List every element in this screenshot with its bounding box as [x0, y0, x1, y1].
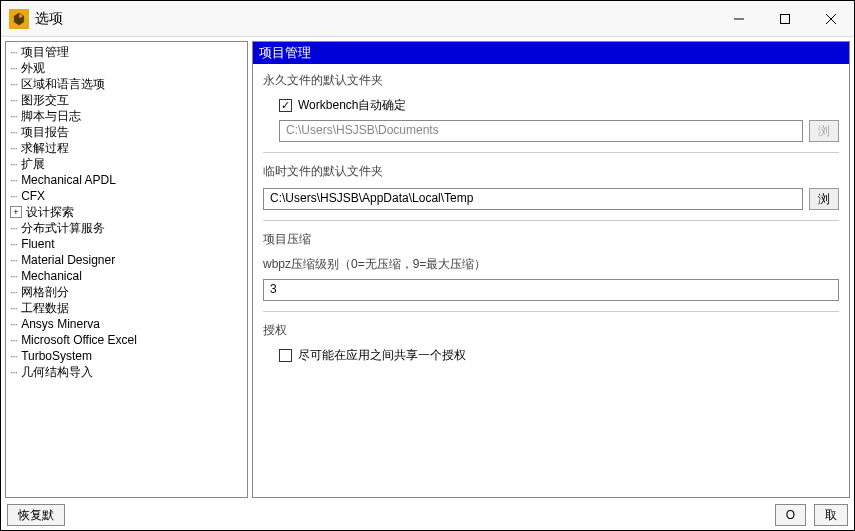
tree-leaf-icon: ···· — [10, 303, 17, 314]
maximize-button[interactable] — [762, 1, 808, 37]
tree-leaf-icon: ···· — [10, 159, 17, 170]
tree-item-label: Ansys Minerva — [19, 317, 102, 331]
tree-item-label: 求解过程 — [19, 140, 71, 157]
tree-item[interactable]: ····图形交互 — [6, 92, 247, 108]
tree-item-label: Mechanical APDL — [19, 173, 118, 187]
tree-leaf-icon: ···· — [10, 47, 17, 58]
tree-item[interactable]: ····Mechanical APDL — [6, 172, 247, 188]
tree-item-label: 项目报告 — [19, 124, 71, 141]
expand-icon[interactable]: + — [10, 206, 22, 218]
tree-leaf-icon: ···· — [10, 95, 17, 106]
tree-leaf-icon: ···· — [10, 127, 17, 138]
temp-folder-browse-button[interactable]: 浏 — [809, 188, 839, 210]
tree-item[interactable]: ····分布式计算服务 — [6, 220, 247, 236]
share-license-checkbox[interactable] — [279, 349, 292, 362]
title-bar: 选项 — [1, 1, 854, 37]
compression-sub-label: wbpz压缩级别（0=无压缩，9=最大压缩） — [263, 256, 839, 273]
tree-leaf-icon: ···· — [10, 175, 17, 186]
perm-folder-path: C:\Users\HSJSB\Documents — [279, 120, 803, 142]
tree-leaf-icon: ···· — [10, 271, 17, 282]
tree-item-label: 区域和语言选项 — [19, 76, 107, 93]
auto-determine-label: Workbench自动确定 — [298, 97, 406, 114]
main-panel: 项目管理 永久文件的默认文件夹 Workbench自动确定 C:\Users\H… — [252, 41, 850, 498]
tree-leaf-icon: ···· — [10, 367, 17, 378]
tree-item[interactable]: ····工程数据 — [6, 300, 247, 316]
tree-item-label: TurboSystem — [19, 349, 94, 363]
tree-item-label: 工程数据 — [19, 300, 71, 317]
perm-folder-browse-button: 浏 — [809, 120, 839, 142]
tree-item[interactable]: ····项目管理 — [6, 44, 247, 60]
tree-item[interactable]: ····几何结构导入 — [6, 364, 247, 380]
tree-item-label: 扩展 — [19, 156, 47, 173]
footer-bar: 恢复默 O 取 — [1, 502, 854, 528]
app-icon — [9, 9, 29, 29]
tree-item-label: Mechanical — [19, 269, 84, 283]
tree-leaf-icon: ···· — [10, 319, 17, 330]
tree-leaf-icon: ···· — [10, 351, 17, 362]
tree-item-label: 项目管理 — [19, 44, 71, 61]
tree-item[interactable]: ····网格剖分 — [6, 284, 247, 300]
tree-leaf-icon: ···· — [10, 191, 17, 202]
tree-item-label: 脚本与日志 — [19, 108, 83, 125]
options-tree[interactable]: ····项目管理····外观····区域和语言选项····图形交互····脚本与… — [5, 41, 248, 498]
tree-item[interactable]: ····Ansys Minerva — [6, 316, 247, 332]
tree-item-label: Material Designer — [19, 253, 117, 267]
share-license-label: 尽可能在应用之间共享一个授权 — [298, 347, 466, 364]
tree-item[interactable]: +设计探索 — [6, 204, 247, 220]
tree-item-label: 几何结构导入 — [19, 364, 95, 381]
compression-title: 项目压缩 — [263, 231, 839, 248]
close-button[interactable] — [808, 1, 854, 37]
cancel-button[interactable]: 取 — [814, 504, 848, 526]
license-title: 授权 — [263, 322, 839, 339]
tree-leaf-icon: ···· — [10, 255, 17, 266]
tree-item-label: 网格剖分 — [19, 284, 71, 301]
svg-rect-1 — [781, 14, 790, 23]
tree-item-label: Microsoft Office Excel — [19, 333, 139, 347]
tree-leaf-icon: ···· — [10, 111, 17, 122]
tree-item[interactable]: ····Material Designer — [6, 252, 247, 268]
temp-folder-path[interactable]: C:\Users\HSJSB\AppData\Local\Temp — [263, 188, 803, 210]
tree-leaf-icon: ···· — [10, 63, 17, 74]
tree-item-label: 外观 — [19, 60, 47, 77]
tree-item[interactable]: ····项目报告 — [6, 124, 247, 140]
tree-item[interactable]: ····脚本与日志 — [6, 108, 247, 124]
minimize-button[interactable] — [716, 1, 762, 37]
compression-value-input[interactable]: 3 — [263, 279, 839, 301]
tree-leaf-icon: ···· — [10, 239, 17, 250]
tree-leaf-icon: ···· — [10, 143, 17, 154]
tree-item[interactable]: ····外观 — [6, 60, 247, 76]
tree-item[interactable]: ····扩展 — [6, 156, 247, 172]
tree-item[interactable]: ····CFX — [6, 188, 247, 204]
tree-item[interactable]: ····区域和语言选项 — [6, 76, 247, 92]
tree-item-label: CFX — [19, 189, 47, 203]
ok-button[interactable]: O — [775, 504, 806, 526]
tree-item[interactable]: ····TurboSystem — [6, 348, 247, 364]
tree-item[interactable]: ····Microsoft Office Excel — [6, 332, 247, 348]
tree-item-label: 设计探索 — [24, 204, 76, 221]
section-header: 项目管理 — [253, 42, 849, 64]
tree-item[interactable]: ····Fluent — [6, 236, 247, 252]
window-title: 选项 — [35, 10, 716, 28]
tree-leaf-icon: ···· — [10, 79, 17, 90]
temp-folder-title: 临时文件的默认文件夹 — [263, 163, 839, 180]
auto-determine-checkbox[interactable] — [279, 99, 292, 112]
tree-item-label: 分布式计算服务 — [19, 220, 107, 237]
tree-leaf-icon: ···· — [10, 223, 17, 234]
tree-item-label: 图形交互 — [19, 92, 71, 109]
tree-leaf-icon: ···· — [10, 335, 17, 346]
restore-defaults-button[interactable]: 恢复默 — [7, 504, 65, 526]
tree-item[interactable]: ····Mechanical — [6, 268, 247, 284]
perm-folder-title: 永久文件的默认文件夹 — [263, 72, 839, 89]
tree-leaf-icon: ···· — [10, 287, 17, 298]
tree-item[interactable]: ····求解过程 — [6, 140, 247, 156]
tree-item-label: Fluent — [19, 237, 56, 251]
